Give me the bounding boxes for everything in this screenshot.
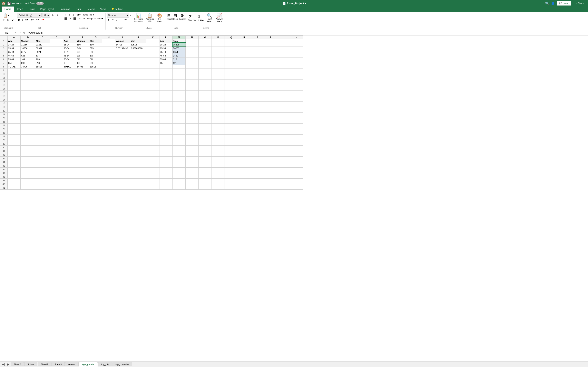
cell-e2[interactable]: 18-24 <box>63 43 76 47</box>
cell-u19[interactable] <box>277 105 290 109</box>
cell-u24[interactable] <box>277 124 290 127</box>
delete-button[interactable]: ⊟ Delete <box>173 13 178 20</box>
formula-input[interactable]: =SUM(B2:C2) <box>27 31 587 34</box>
cell-f35[interactable] <box>76 164 89 167</box>
cell-o37[interactable] <box>199 171 212 175</box>
cell-q5[interactable] <box>225 54 238 58</box>
cell-a11[interactable] <box>8 76 21 80</box>
cell-o2[interactable] <box>199 43 212 47</box>
cell-q33[interactable] <box>225 157 238 160</box>
cell-k28[interactable] <box>146 138 159 142</box>
cell-o25[interactable] <box>199 127 212 131</box>
cell-f3[interactable]: 54% <box>76 47 89 50</box>
cell-i22[interactable] <box>115 116 130 120</box>
cell-q1[interactable] <box>225 39 238 43</box>
cell-o6[interactable] <box>199 58 212 61</box>
cell-v16[interactable] <box>290 94 303 98</box>
cell-b3[interactable]: 18656 <box>21 47 35 50</box>
cell-f21[interactable] <box>76 113 89 116</box>
cell-m22[interactable] <box>173 116 186 120</box>
cell-u20[interactable] <box>277 109 290 113</box>
cell-n22[interactable] <box>186 116 199 120</box>
cell-r7[interactable] <box>238 61 251 65</box>
cell-d1[interactable] <box>50 39 63 43</box>
cell-t21[interactable] <box>264 113 277 116</box>
cell-a25[interactable] <box>8 127 21 131</box>
cell-h23[interactable] <box>102 120 115 124</box>
cell-t3[interactable] <box>264 47 277 50</box>
cell-u17[interactable] <box>277 98 290 101</box>
col-header-U[interactable]: U <box>277 36 290 39</box>
decrease-indent-button[interactable]: ⇤ <box>78 17 81 20</box>
cell-d32[interactable] <box>50 153 63 157</box>
cell-l10[interactable] <box>159 72 173 76</box>
cell-q37[interactable] <box>225 171 238 175</box>
cell-k10[interactable] <box>146 72 159 76</box>
cell-e7[interactable]: 65+ <box>63 61 76 65</box>
cell-j8[interactable] <box>130 65 146 68</box>
cell-k19[interactable] <box>146 105 159 109</box>
cell-a36[interactable] <box>8 167 21 171</box>
cell-q14[interactable] <box>225 87 238 91</box>
paste-button[interactable]: 📋 ▾ <box>2 13 10 18</box>
col-header-I[interactable]: I <box>115 36 130 39</box>
cell-o24[interactable] <box>199 124 212 127</box>
cell-v21[interactable] <box>290 113 303 116</box>
cell-i1[interactable]: Women <box>115 39 130 43</box>
cell-j11[interactable] <box>130 76 146 80</box>
increase-font-button[interactable]: A↑ <box>51 14 55 17</box>
cell-g26[interactable] <box>89 131 102 134</box>
cell-f14[interactable] <box>76 87 89 91</box>
cell-m35[interactable] <box>173 164 186 167</box>
cell-q36[interactable] <box>225 167 238 171</box>
cell-v3[interactable] <box>290 47 303 50</box>
cell-f5[interactable]: 2% <box>76 54 89 58</box>
cell-n14[interactable] <box>186 87 199 91</box>
cell-h19[interactable] <box>102 105 115 109</box>
cell-u3[interactable] <box>277 47 290 50</box>
cell-e12[interactable] <box>63 80 76 83</box>
cell-k18[interactable] <box>146 101 159 105</box>
cell-h3[interactable] <box>102 47 115 50</box>
cell-j25[interactable] <box>130 127 146 131</box>
font-color-button[interactable]: A▾ <box>40 18 45 21</box>
cell-e20[interactable] <box>63 109 76 113</box>
cell-g11[interactable] <box>89 76 102 80</box>
cell-n28[interactable] <box>186 138 199 142</box>
cell-q40[interactable] <box>225 182 238 186</box>
cell-p35[interactable] <box>212 164 225 167</box>
cell-e36[interactable] <box>63 167 76 171</box>
cell-j16[interactable] <box>130 94 146 98</box>
cell-j14[interactable] <box>130 87 146 91</box>
undo-icon[interactable]: ↩ <box>12 1 15 5</box>
cell-t33[interactable] <box>264 157 277 160</box>
cell-p5[interactable] <box>212 54 225 58</box>
cell-a9[interactable] <box>8 68 21 72</box>
cell-s36[interactable] <box>251 167 264 171</box>
cell-k30[interactable] <box>146 146 159 149</box>
cell-b27[interactable] <box>21 134 35 138</box>
cell-d26[interactable] <box>50 131 63 134</box>
cell-b30[interactable] <box>21 146 35 149</box>
cell-r11[interactable] <box>238 76 251 80</box>
cell-n38[interactable] <box>186 175 199 179</box>
cell-s2[interactable] <box>251 43 264 47</box>
cell-i18[interactable] <box>115 101 130 105</box>
cell-f25[interactable] <box>76 127 89 131</box>
cell-s39[interactable] <box>251 179 264 182</box>
cell-e16[interactable] <box>63 94 76 98</box>
cell-g20[interactable] <box>89 109 102 113</box>
cell-n12[interactable] <box>186 80 199 83</box>
cell-s32[interactable] <box>251 153 264 157</box>
redo-icon[interactable]: ↪ <box>16 1 19 5</box>
cell-u1[interactable] <box>277 39 290 43</box>
cell-p31[interactable] <box>212 149 225 153</box>
cell-m7[interactable]: 521 <box>173 61 186 65</box>
cell-a28[interactable] <box>8 138 21 142</box>
cell-p17[interactable] <box>212 98 225 101</box>
cell-t19[interactable] <box>264 105 277 109</box>
font-family-select[interactable]: Calibri (Body) <box>17 13 42 17</box>
cell-o16[interactable] <box>199 94 212 98</box>
cell-r32[interactable] <box>238 153 251 157</box>
cell-d38[interactable] <box>50 175 63 179</box>
